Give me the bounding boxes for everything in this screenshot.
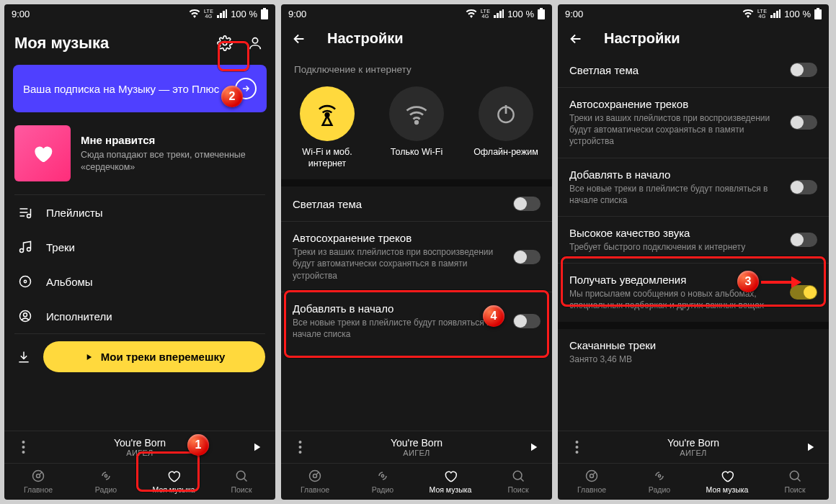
svg-point-11	[33, 471, 44, 482]
svg-point-5	[24, 280, 26, 282]
signal-icon	[217, 9, 227, 18]
battery-icon	[261, 8, 268, 19]
signal-icon	[494, 9, 504, 18]
svg-point-3	[252, 38, 257, 43]
play-icon[interactable]	[246, 441, 267, 454]
svg-point-32	[587, 471, 597, 482]
tab-mymusic[interactable]: Моя музыка	[140, 464, 208, 500]
row-addtop[interactable]: Добавлять в началоВсе новые треки в плей…	[558, 158, 829, 216]
toggle-switch[interactable]	[790, 115, 817, 130]
wifi-icon	[389, 86, 444, 141]
row-hq-audio[interactable]: Высокое качество звукаТребует быстрого п…	[558, 217, 829, 263]
svg-marker-37	[791, 276, 801, 288]
svg-rect-28	[814, 9, 822, 19]
tab-mymusic[interactable]: Моя музыка	[693, 464, 761, 500]
tab-search[interactable]: Поиск	[208, 464, 275, 500]
phone-screen-1: 9:00 LTE4G 100 % Моя музыка Ваша подписк…	[4, 4, 275, 500]
liked-title: Мне нравится	[81, 134, 265, 146]
svg-point-22	[298, 451, 301, 454]
tab-home[interactable]: Главное	[4, 464, 72, 500]
row-addtop[interactable]: Добавлять в начало Все новые треки в пле…	[281, 292, 552, 350]
toggle-switch[interactable]	[790, 180, 817, 194]
signal-icon	[770, 9, 781, 18]
svg-point-4	[20, 276, 31, 287]
network-lte-icon: LTE4G	[481, 9, 490, 19]
svg-point-24	[314, 474, 317, 478]
tab-radio[interactable]: Радио	[626, 464, 693, 500]
status-time: 9:00	[565, 9, 583, 19]
toggle-switch[interactable]	[790, 63, 817, 77]
profile-button[interactable]	[245, 30, 265, 56]
svg-rect-15	[540, 8, 543, 9]
menu-label: Треки	[46, 241, 75, 253]
tab-search[interactable]: Поиск	[761, 464, 829, 500]
menu-playlists[interactable]: Плейлисты	[4, 195, 275, 230]
svg-point-30	[575, 446, 578, 449]
more-icon[interactable]	[566, 441, 587, 454]
svg-point-21	[298, 446, 301, 449]
app-header: Настройки	[558, 23, 829, 53]
menu-artists[interactable]: Исполнители	[4, 299, 275, 333]
tab-bar: Главное Радио Моя музыка Поиск	[4, 463, 275, 500]
toggle-switch[interactable]	[790, 233, 817, 247]
menu-label: Исполнители	[46, 310, 112, 323]
tab-mymusic[interactable]: Моя музыка	[417, 464, 484, 500]
play-icon[interactable]	[523, 441, 543, 454]
menu-albums[interactable]: Альбомы	[4, 264, 275, 299]
back-button[interactable]	[568, 31, 597, 47]
tab-home[interactable]: Главное	[281, 464, 349, 500]
row-autosave[interactable]: Автосохранение трековТреки из ваших плей…	[558, 88, 829, 158]
svg-point-2	[223, 41, 227, 45]
artist-icon	[17, 309, 33, 323]
menu-tracks[interactable]: Треки	[4, 230, 275, 264]
shuffle-label: Мои треки вперемешку	[101, 351, 226, 363]
settings-button[interactable]	[212, 30, 238, 56]
playlist-icon	[17, 205, 33, 220]
play-icon[interactable]	[800, 441, 820, 454]
row-light-theme[interactable]: Светлая тема	[558, 53, 829, 87]
svg-point-33	[590, 474, 594, 478]
row-autosave[interactable]: Автосохранение треков Треки из ваших пле…	[281, 222, 552, 292]
callout-badge-3: 3	[737, 271, 759, 292]
row-downloaded[interactable]: Скачанные трекиЗанято 3,46 MB	[558, 329, 829, 375]
svg-point-34	[658, 474, 660, 477]
svg-point-13	[104, 474, 107, 477]
tab-home[interactable]: Главное	[558, 464, 626, 500]
page-title: Моя музыка	[14, 34, 205, 53]
svg-point-12	[37, 474, 40, 478]
wifi-icon	[742, 9, 754, 18]
mini-player[interactable]: You're BornАИГЕЛ	[281, 431, 552, 463]
row-light-theme[interactable]: Светлая тема	[281, 186, 552, 221]
net-wifi-mob[interactable]: Wi-Fi и моб. интернет	[291, 86, 363, 169]
search-icon	[234, 469, 249, 483]
tab-search[interactable]: Поиск	[484, 464, 552, 500]
status-time: 9:00	[12, 9, 30, 19]
svg-rect-1	[261, 9, 268, 19]
more-icon[interactable]	[13, 441, 33, 454]
more-icon[interactable]	[290, 441, 310, 454]
svg-point-26	[513, 471, 522, 480]
network-lte-icon: LTE4G	[204, 9, 213, 19]
tab-radio[interactable]: Радио	[72, 464, 140, 500]
mini-player[interactable]: You're Born АИГЕЛ	[4, 431, 275, 463]
download-icon[interactable]	[14, 350, 33, 364]
mini-player[interactable]: You're BornАИГЕЛ	[558, 431, 829, 463]
svg-rect-0	[263, 8, 266, 9]
shuffle-button[interactable]: Мои треки вперемешку	[43, 341, 265, 372]
row-notifications[interactable]: Получать уведомленияМы присылаем сообщен…	[558, 264, 829, 321]
toggle-switch[interactable]	[513, 250, 541, 264]
svg-point-35	[790, 471, 799, 480]
liked-block[interactable]: Мне нравится Сюда попадают все треки, от…	[4, 120, 275, 194]
net-offline[interactable]: Офлайн-режим	[470, 86, 542, 169]
menu-label: Плейлисты	[46, 207, 103, 219]
back-button[interactable]	[291, 31, 320, 47]
net-wifi[interactable]: Только Wi-Fi	[381, 86, 453, 169]
tab-radio[interactable]: Радио	[349, 464, 417, 500]
svg-point-29	[575, 441, 578, 444]
callout-badge-2: 2	[221, 86, 243, 107]
svg-point-25	[381, 474, 383, 477]
battery-percent: 100 %	[231, 9, 257, 19]
page-title: Настройки	[604, 30, 819, 47]
toggle-switch[interactable]	[513, 314, 541, 328]
toggle-switch[interactable]	[513, 197, 541, 211]
